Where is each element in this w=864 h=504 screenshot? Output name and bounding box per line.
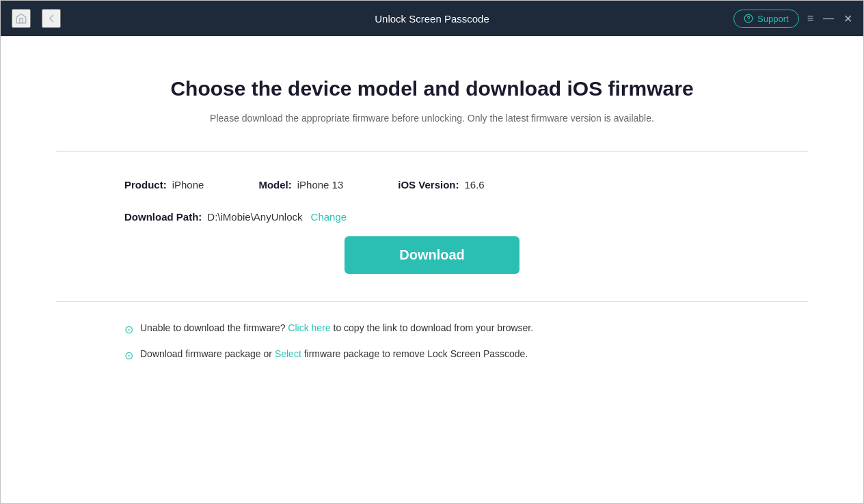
top-divider [56, 151, 808, 152]
page-subtitle: Please download the appropriate firmware… [210, 113, 654, 124]
app-window: Unlock Screen Passcode Support ≡ — ✕ Cho… [0, 0, 864, 504]
product-label: Product: [124, 179, 167, 191]
close-button[interactable]: ✕ [843, 12, 852, 25]
download-path-label: Download Path: [124, 211, 202, 223]
help-item-1: ⊙ Unable to download the firmware? Click… [124, 322, 740, 336]
product-value: iPhone [172, 179, 204, 191]
model-value: iPhone 13 [297, 179, 344, 191]
title-bar: Unlock Screen Passcode Support ≡ — ✕ [1, 1, 863, 36]
home-button[interactable] [12, 9, 31, 28]
window-title: Unlock Screen Passcode [375, 13, 489, 25]
ios-version-label: iOS Version: [398, 179, 459, 191]
help-icon-2: ⊙ [124, 349, 133, 362]
window-controls: ≡ — ✕ [807, 12, 852, 25]
title-bar-left [12, 9, 61, 28]
bottom-divider [56, 301, 808, 302]
help-text-2: Download firmware package or Select firm… [140, 348, 528, 359]
product-info: Product: iPhone [124, 179, 204, 191]
model-info: Model: iPhone 13 [258, 179, 343, 191]
click-here-link[interactable]: Click here [288, 322, 330, 333]
model-label: Model: [258, 179, 291, 191]
select-link[interactable]: Select [275, 348, 301, 359]
minimize-button[interactable]: — [823, 13, 834, 24]
ios-version-value: 16.6 [464, 179, 484, 191]
help-section: ⊙ Unable to download the firmware? Click… [124, 322, 740, 374]
change-path-link[interactable]: Change [311, 211, 347, 223]
back-button[interactable] [42, 9, 61, 28]
help-item-2: ⊙ Download firmware package or Select fi… [124, 348, 740, 362]
ios-version-info: iOS Version: 16.6 [398, 179, 484, 191]
menu-button[interactable]: ≡ [807, 13, 813, 24]
download-path-value: D:\iMobie\AnyUnlock [207, 211, 302, 223]
download-button[interactable]: Download [345, 236, 519, 274]
help-icon-1: ⊙ [124, 323, 133, 336]
download-path-row: Download Path: D:\iMobie\AnyUnlock Chang… [124, 211, 740, 223]
page-title: Choose the device model and download iOS… [170, 77, 693, 100]
main-content: Choose the device model and download iOS… [1, 36, 863, 503]
support-button[interactable]: Support [733, 10, 799, 28]
device-info-row: Product: iPhone Model: iPhone 13 iOS Ver… [124, 179, 740, 191]
help-text-1: Unable to download the firmware? Click h… [140, 322, 533, 333]
title-bar-right: Support ≡ — ✕ [733, 10, 852, 28]
